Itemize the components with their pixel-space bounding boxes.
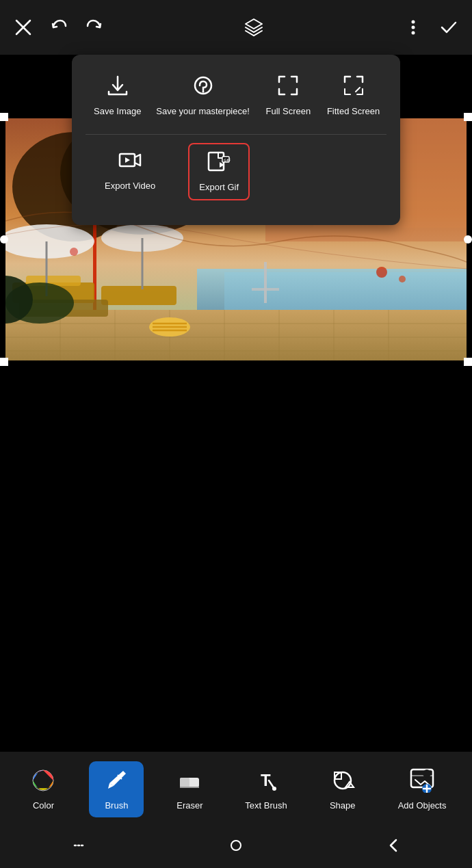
export-gif-button[interactable]: GIF Export Gif (188, 143, 250, 200)
fitted-screen-label: Fitted Screen (327, 106, 380, 118)
fullscreen-icon (276, 74, 300, 101)
gif-icon: GIF (207, 150, 231, 176)
nav-bar (0, 827, 472, 868)
svg-rect-11 (209, 153, 224, 170)
svg-marker-2 (246, 19, 262, 29)
canvas-handle-left[interactable] (0, 235, 8, 244)
toolbar-right (404, 18, 458, 37)
brush-icon (104, 768, 129, 796)
layers-button[interactable] (243, 16, 265, 38)
text-brush-label: Text Brush (245, 800, 287, 811)
canvas-handle-top-left[interactable] (0, 113, 8, 121)
svg-rect-61 (180, 778, 189, 787)
confirm-button[interactable] (439, 18, 458, 37)
eraser-icon (177, 768, 202, 796)
download-icon (106, 74, 129, 101)
full-screen-button[interactable]: Full Screen (257, 68, 319, 123)
svg-point-65 (272, 787, 276, 791)
picsart-icon (192, 74, 215, 101)
nav-menu-button[interactable] (69, 836, 88, 859)
nav-back-button[interactable] (384, 836, 403, 859)
svg-point-54 (70, 248, 78, 256)
save-masterpiece-label: Save your masterpiece! (156, 106, 250, 118)
svg-point-4 (412, 26, 415, 29)
add-objects-label: Add Objects (398, 800, 447, 811)
svg-text:GIF: GIF (224, 158, 231, 162)
svg-rect-77 (231, 841, 241, 850)
shape-label: Shape (330, 800, 356, 811)
add-objects-tool[interactable]: Add Objects (389, 761, 456, 817)
svg-point-52 (376, 267, 387, 278)
close-button[interactable] (14, 18, 33, 37)
save-image-button[interactable]: Save Image (87, 68, 148, 123)
export-video-button[interactable]: Export Video (99, 143, 161, 198)
save-image-label: Save Image (94, 106, 141, 118)
svg-point-70 (423, 770, 431, 778)
svg-point-66 (335, 772, 351, 789)
redo-button[interactable] (85, 18, 104, 37)
canvas-handle-bottom-left[interactable] (0, 358, 8, 366)
brush-label: Brush (105, 800, 128, 811)
toolbar-center (243, 16, 265, 38)
canvas-handle-right[interactable] (464, 235, 472, 244)
svg-point-5 (412, 31, 415, 35)
svg-marker-10 (125, 157, 130, 163)
nav-home-button[interactable] (226, 836, 246, 859)
svg-point-53 (399, 276, 406, 282)
bottom-toolbar: Color Brush Eraser T (0, 752, 472, 827)
text-brush-tool[interactable]: T Text Brush (235, 761, 296, 817)
menu-row-2: Export Video GIF Export Gif (86, 143, 386, 200)
svg-rect-40 (101, 286, 176, 305)
fitted-screen-button[interactable]: Fitted Screen (322, 68, 385, 123)
text-brush-icon: T (254, 768, 278, 796)
color-label: Color (33, 800, 54, 811)
fitscreen-icon (342, 74, 365, 101)
canvas-handle-top-right[interactable] (464, 113, 472, 121)
shape-tool[interactable]: Shape (315, 761, 370, 817)
eraser-label: Eraser (176, 800, 202, 811)
svg-rect-27 (5, 310, 467, 360)
undo-button[interactable] (49, 18, 68, 37)
shape-icon (330, 768, 355, 796)
top-toolbar (0, 0, 472, 55)
eraser-tool[interactable]: Eraser (162, 761, 217, 817)
canvas-handle-bottom-right[interactable] (464, 358, 472, 366)
svg-point-7 (202, 91, 204, 93)
svg-point-3 (412, 21, 415, 24)
save-masterpiece-button[interactable]: Save your masterpiece! (150, 68, 255, 123)
toolbar-left (14, 18, 104, 37)
video-icon (118, 148, 142, 175)
add-objects-icon (410, 768, 434, 796)
export-gif-label: Export Gif (199, 182, 239, 194)
svg-point-58 (38, 776, 48, 785)
menu-divider (86, 134, 386, 135)
more-options-button[interactable] (404, 18, 423, 37)
menu-row-1: Save Image Save your masterpiece! (86, 68, 386, 123)
brush-tool[interactable]: Brush (89, 761, 144, 817)
color-wheel-icon (31, 768, 55, 796)
color-tool[interactable]: Color (16, 761, 70, 817)
dropdown-menu: Save Image Save your masterpiece! (72, 55, 400, 225)
full-screen-label: Full Screen (265, 106, 311, 118)
export-video-label: Export Video (105, 181, 155, 192)
